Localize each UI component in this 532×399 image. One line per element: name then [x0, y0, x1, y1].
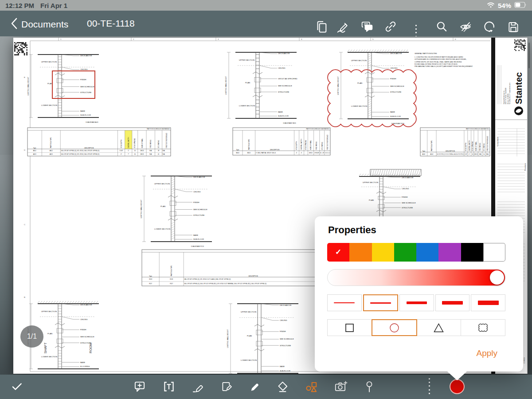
svg-text:4": 4"	[301, 152, 302, 154]
svg-text:PRE-MANUFACTURED WALLS (I.E.DI: PRE-MANUFACTURED WALLS (I.E.DIRTT) ARE E…	[415, 66, 473, 67]
svg-text:COFFEE SHOPS, IDF, ELECTRICAL,: COFFEE SHOPS, IDF, ELECTRICAL, HVAC, WAT…	[415, 61, 462, 63]
partition-schedule-table: PARTITION SCHEDULE DIAGRAM A01TypePARTIT…	[27, 128, 171, 156]
thickness-preview-line	[407, 301, 427, 304]
current-style-indicator[interactable]	[450, 379, 465, 394]
save-icon[interactable]	[506, 19, 521, 34]
svg-text:UPPER SECTION: UPPER SECTION	[239, 59, 254, 61]
search-icon[interactable]	[434, 19, 449, 34]
svg-text:HEAD OF WALL: HEAD OF WALL	[310, 140, 312, 150]
pin-icon[interactable]	[362, 379, 376, 394]
thickness-option-4[interactable]	[435, 294, 470, 311]
svg-text:R159: R159	[149, 278, 152, 280]
svg-text:CEILING: CEILING	[80, 68, 87, 70]
svg-text:PARTITION TYPE: PARTITION TYPE	[431, 141, 433, 151]
svg-text:FLOORING: FLOORING	[80, 365, 90, 368]
color-swatch-2[interactable]	[349, 243, 372, 262]
svg-text:BASE: BASE	[280, 365, 285, 368]
svg-text:DIAGRAM M01: DIAGRAM M01	[283, 122, 296, 124]
help-icon[interactable]	[482, 19, 497, 34]
thickness-preview-line	[478, 301, 499, 305]
svg-text:FINISH: FINISH	[390, 78, 396, 80]
nav-bar: Documents 00-TE-1118	[0, 11, 532, 36]
svg-text:SGL LYR 5/8" GYP BD (X) | SGL: SGL LYR 5/8" GYP BD (X) | SGL LYR 1/4" G…	[184, 283, 266, 285]
svg-text:16: 16	[472, 153, 473, 155]
battery-percent: 54%	[498, 2, 511, 9]
svg-text:SEE SCHEDULE: SEE SCHEDULE	[280, 338, 294, 340]
svg-text:DECK ABOVE: DECK ABOVE	[390, 52, 402, 55]
svg-text:DECK ABOVE: DECK ABOVE	[80, 55, 92, 57]
color-swatch-5[interactable]	[416, 243, 438, 262]
svg-text:SEE SCHEDULE: SEE SCHEDULE	[80, 86, 94, 88]
comments-icon[interactable]	[360, 19, 375, 34]
svg-text:Stantec: Stantec	[514, 72, 524, 104]
hide-annotations-icon[interactable]	[458, 19, 473, 34]
slider-knob[interactable]	[490, 270, 504, 285]
svg-text:LOWER SECTION: LOWER SECTION	[351, 105, 367, 107]
svg-text:2016 IBC Table 721.1(2) Item 3: 2016 IBC Table 721.1(2) Item 3	[325, 152, 330, 154]
thickness-option-2[interactable]	[363, 294, 399, 311]
shape-option-triangle[interactable]	[417, 319, 462, 336]
shape-option-circle[interactable]	[372, 319, 417, 336]
pen-icon[interactable]	[247, 379, 261, 394]
svg-text:STUD SPACING: STUD SPACING	[305, 140, 307, 150]
color-swatch-8[interactable]	[483, 243, 505, 262]
app-screen: 12:12 PM Fri Apr 1 54%	[0, 0, 532, 399]
svg-text:SHAFT: SHAFT	[43, 342, 47, 353]
shape-option-cloud[interactable]	[461, 319, 505, 336]
svg-text:FINISH: FINISH	[80, 329, 86, 331]
svg-text:PLAN: PLAN	[247, 335, 252, 337]
svg-text:LOWER SECTION: LOWER SECTION	[239, 105, 255, 107]
svg-text:A612: A612	[33, 150, 36, 152]
svg-text:DECK: DECK	[140, 153, 144, 155]
shapes-icon[interactable]	[304, 379, 318, 394]
svg-text:UPPER SECTION: UPPER SECTION	[351, 59, 367, 62]
page-markup-icon[interactable]	[220, 379, 234, 394]
color-swatch-4[interactable]	[394, 243, 416, 262]
svg-text:7": 7"	[128, 153, 129, 155]
add-comment-icon[interactable]	[133, 379, 147, 394]
svg-text:5": 5"	[128, 150, 129, 152]
svg-text:LOWER SECTION: LOWER SECTION	[154, 228, 170, 230]
svg-text:LIMITING WALL HEIGHT: LIMITING WALL HEIGHT	[27, 76, 29, 95]
thickness-preview-line	[442, 301, 463, 305]
svg-text:PLAN: PLAN	[357, 82, 362, 84]
shape-option-square[interactable]	[327, 319, 372, 336]
done-check-icon[interactable]	[10, 379, 24, 394]
annotate-pen-icon[interactable]	[335, 19, 350, 34]
svg-text:SGL LYR 5/8" GYP BD (X) | STL: SGL LYR 5/8" GYP BD (X) | STL STUD | SGL…	[61, 150, 99, 152]
highlighter-icon[interactable]	[191, 379, 205, 394]
color-swatch-3[interactable]	[372, 243, 394, 262]
text-box-icon[interactable]	[162, 379, 176, 394]
svg-text:UPPER SECTION: UPPER SECTION	[41, 61, 57, 63]
triangle-shape-icon	[433, 323, 444, 333]
camera-stamp-icon[interactable]	[333, 379, 348, 394]
svg-text:4" CMU | PARTIAL GROUT CELLS: 4" CMU | PARTIAL GROUT CELLS	[256, 152, 276, 154]
svg-text:DBL LYR 5/8" GYP BD (X) | STL: DBL LYR 5/8" GYP BD (X) | STL STUD 3 1/2…	[437, 153, 464, 155]
svg-text:R117: R117	[149, 283, 152, 285]
link-icon[interactable]	[383, 19, 398, 34]
svg-text:N/A: N/A	[486, 153, 489, 155]
svg-text:R117: R117	[170, 283, 173, 285]
thickness-option-3[interactable]	[399, 294, 434, 311]
apply-button[interactable]: Apply	[473, 348, 500, 359]
svg-text:N/A: N/A	[149, 153, 152, 155]
scroll-indicator[interactable]	[528, 43, 530, 68]
thickness-option-1[interactable]	[327, 294, 362, 311]
svg-text:Stantec Architecture Inc.: Stantec Architecture Inc.	[503, 90, 505, 104]
svg-text:1050 17th Street, Suite A200: 1050 17th Street, Suite A200	[505, 88, 507, 104]
thickness-option-5[interactable]	[471, 294, 505, 311]
color-swatch-1[interactable]: ✓	[327, 243, 349, 262]
svg-text:Tel. (303) 295-1717 www.stant: Tel. (303) 295-1717 www.stantec.com	[509, 82, 511, 104]
back-button[interactable]: Documents	[11, 17, 68, 32]
color-swatch-6[interactable]	[438, 243, 461, 262]
svg-text:D: D	[24, 149, 25, 151]
opacity-slider[interactable]	[327, 269, 505, 286]
svg-text:SGL LYR 5/8" GYP BD (X) | STL: SGL LYR 5/8" GYP BD (X) | STL STUD | SGL…	[61, 153, 99, 155]
copy-pages-icon[interactable]	[313, 19, 329, 34]
eraser-icon[interactable]	[275, 379, 289, 394]
svg-text:STRUCTURE: STRUCTURE	[280, 344, 291, 347]
svg-text:M613: M613	[247, 152, 251, 154]
svg-text:CEILING: CEILING	[80, 318, 87, 321]
svg-text:C: C	[24, 223, 25, 226]
color-swatch-7[interactable]	[461, 243, 483, 262]
